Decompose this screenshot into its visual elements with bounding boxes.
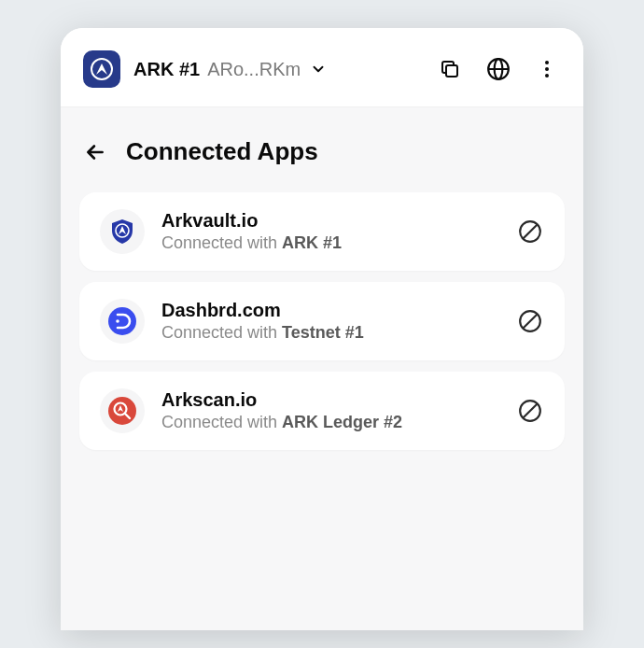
back-button[interactable] [83,140,107,164]
copy-icon [439,58,461,80]
arkvault-icon [107,217,137,247]
app-connection: Connected with ARK Ledger #2 [161,413,499,432]
svg-line-19 [523,403,537,417]
block-icon [518,399,542,423]
more-vertical-icon [536,58,558,80]
app-name: Arkvault.io [161,210,499,232]
app-name: Arkscan.io [161,389,499,411]
disconnect-button[interactable] [516,218,544,246]
app-info: Arkscan.io Connected with ARK Ledger #2 [161,389,499,432]
svg-point-12 [116,319,119,323]
app-info: Dashbrd.com Connected with Testnet #1 [161,300,499,343]
app-icon [100,299,145,344]
svg-line-10 [523,224,537,238]
wallet-selector[interactable]: ARK #1 ARo...RKm [133,59,423,80]
ark-logo-icon [91,58,113,80]
app-icon [100,209,145,254]
header-actions [436,55,561,83]
app-icon [100,388,145,433]
chevron-down-icon [310,61,327,77]
disconnect-button[interactable] [516,307,544,335]
block-icon [518,219,542,244]
disconnect-button[interactable] [516,397,544,425]
app-connection: Connected with ARK #1 [161,233,499,253]
app-connection-wallet: Testnet #1 [282,323,364,342]
app-logo [83,50,120,88]
header-bar: ARK #1 ARo...RKm [61,28,583,107]
app-card: Arkvault.io Connected with ARK #1 [79,192,565,271]
svg-point-7 [545,74,549,77]
network-button[interactable] [484,55,512,83]
svg-point-6 [545,67,549,71]
page-header: Connected Apps [79,130,565,192]
wallet-name: ARK #1 [133,59,200,80]
app-card: Dashbrd.com Connected with Testnet #1 [79,282,565,360]
svg-point-11 [108,307,136,335]
connected-apps-list: Arkvault.io Connected with ARK #1 [79,192,565,450]
svg-point-5 [545,61,549,64]
app-card: Arkscan.io Connected with ARK Ledger #2 [79,372,565,450]
app-name: Dashbrd.com [161,300,499,321]
app-info: Arkvault.io Connected with ARK #1 [161,210,499,253]
svg-line-14 [523,314,537,328]
app-window: ARK #1 ARo...RKm [61,28,583,630]
app-connection-prefix: Connected with [161,413,282,431]
arrow-left-icon [83,140,107,164]
wallet-address: ARo...RKm [207,59,301,80]
page-body: Connected Apps Arkvault.io Connected wit… [61,107,583,630]
arkscan-icon [107,396,137,426]
copy-button[interactable] [436,55,464,83]
block-icon [518,309,542,333]
app-connection: Connected with Testnet #1 [161,323,499,343]
page-title: Connected Apps [126,137,318,166]
more-button[interactable] [533,55,561,83]
dashbrd-icon [107,306,137,336]
globe-icon [486,57,511,81]
app-connection-prefix: Connected with [161,233,282,252]
svg-rect-1 [446,65,457,77]
app-connection-wallet: ARK #1 [282,233,342,252]
app-connection-prefix: Connected with [161,323,282,342]
app-connection-wallet: ARK Ledger #2 [282,413,402,431]
